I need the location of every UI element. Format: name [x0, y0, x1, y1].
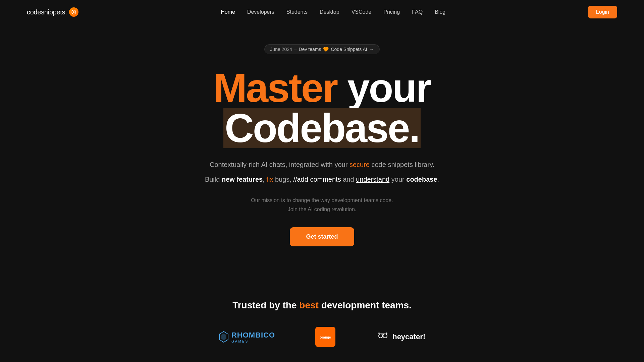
logo-code: code [27, 8, 41, 16]
badge-dev-teams: Dev teams [299, 47, 321, 52]
trusted-title: Trusted by the best development teams. [232, 300, 412, 311]
nav-item-pricing[interactable]: Pricing [383, 9, 400, 15]
hero-mission: Our mission is to change the way develop… [251, 196, 393, 214]
badge-product: Code Snippets AI [331, 47, 367, 52]
subtitle2-codebase: codebase [406, 176, 437, 183]
nav-item-developers[interactable]: Developers [247, 9, 274, 15]
badge-separator: – [294, 47, 297, 52]
mission-line2: Join the AI coding revolution. [288, 206, 357, 212]
rhombico-name: RHOMBICO [231, 331, 275, 340]
subtitle2-comments: //add comments [293, 176, 341, 183]
subtitle2-part2: , [263, 176, 266, 183]
nav-links: Home Developers Students Desktop VSCode … [221, 9, 445, 15]
subtitle2-part5: your [389, 176, 406, 183]
logo-orange: orange [315, 327, 335, 347]
rhombico-icon [219, 331, 229, 343]
logo-icon [69, 7, 78, 17]
nav-link-pricing[interactable]: Pricing [383, 9, 400, 15]
subtitle2-new-features: new features [222, 176, 263, 183]
trusted-title-part1: Trusted by the [232, 300, 299, 310]
logo-snippets: snippets. [41, 8, 67, 16]
badge-date: June 2024 [270, 47, 292, 52]
rhombico-shapes [219, 331, 229, 343]
title-codebase-wrapper: Codebase. [225, 108, 419, 148]
subtitle2-fix: fix [266, 176, 273, 183]
logo-svg [71, 9, 76, 15]
nav-item-desktop[interactable]: Desktop [320, 9, 339, 15]
badge-arrow: → [369, 47, 374, 52]
nav-item-faq[interactable]: FAQ [412, 9, 423, 15]
nav-item-vscode[interactable]: VSCode [352, 9, 372, 15]
nav-link-students[interactable]: Students [286, 9, 308, 15]
subtitle2-understand: understand [356, 176, 389, 183]
logos-row: RHOMBICO GAMES orange heycate [154, 327, 490, 347]
title-master: Master [213, 65, 337, 110]
svg-point-8 [378, 333, 380, 334]
nav-link-vscode[interactable]: VSCode [352, 9, 372, 15]
title-your: your [347, 65, 431, 110]
get-started-button[interactable]: Get started [290, 227, 354, 246]
logo-link[interactable]: codesnippets. [27, 7, 78, 17]
nav-item-home[interactable]: Home [221, 9, 235, 15]
logo-heycater: heycater! [376, 329, 425, 345]
logo-text: codesnippets. [27, 8, 67, 16]
subtitle-part1: Contextually-rich AI chats, integrated w… [210, 161, 350, 168]
svg-marker-2 [221, 334, 226, 340]
hero-title: Master your Codebase. [121, 68, 523, 148]
trusted-title-part2: development teams. [319, 300, 412, 310]
svg-text:orange: orange [320, 336, 331, 339]
mission-line1: Our mission is to change the way develop… [251, 197, 393, 203]
svg-point-5 [379, 334, 383, 338]
svg-point-6 [383, 334, 387, 338]
heycater-svg [376, 329, 389, 343]
subtitle-part2: code snippets library. [370, 161, 434, 168]
nav-link-home[interactable]: Home [221, 9, 235, 15]
rhombico-text-block: RHOMBICO GAMES [231, 331, 275, 343]
svg-point-9 [386, 333, 387, 334]
logo-rhombico: RHOMBICO GAMES [219, 331, 275, 343]
hero-subtitle: Contextually-rich AI chats, integrated w… [210, 159, 434, 170]
subtitle2-part3: bugs, [273, 176, 293, 183]
nav-link-desktop[interactable]: Desktop [320, 9, 339, 15]
title-codebase: Codebase. [225, 106, 419, 150]
heycater-text: heycater! [392, 333, 425, 341]
subtitle-secure: secure [350, 161, 370, 168]
subtitle2-part4: and [341, 176, 356, 183]
announcement-badge[interactable]: June 2024 – Dev teams 🧡 Code Snippets AI… [264, 44, 379, 54]
badge-emoji: 🧡 [323, 47, 329, 52]
rhombico-sub: GAMES [231, 340, 249, 343]
heycater-icon [376, 329, 389, 345]
login-button[interactable]: Login [588, 6, 617, 18]
subtitle2-period: . [437, 176, 439, 183]
hero-subtitle2: Build new features, fix bugs, //add comm… [205, 174, 439, 185]
navbar: codesnippets. Home Developers Students D… [0, 0, 644, 24]
nav-item-students[interactable]: Students [286, 9, 308, 15]
nav-link-developers[interactable]: Developers [247, 9, 274, 15]
subtitle2-part1: Build [205, 176, 222, 183]
nav-link-blog[interactable]: Blog [435, 9, 445, 15]
orange-icon: orange [319, 332, 332, 342]
hero-section: June 2024 – Dev teams 🧡 Code Snippets AI… [0, 24, 644, 300]
trusted-title-highlight: best [299, 300, 319, 310]
nav-item-blog[interactable]: Blog [435, 9, 445, 15]
nav-link-faq[interactable]: FAQ [412, 9, 423, 15]
trusted-section: Trusted by the best development teams. R… [0, 300, 644, 362]
